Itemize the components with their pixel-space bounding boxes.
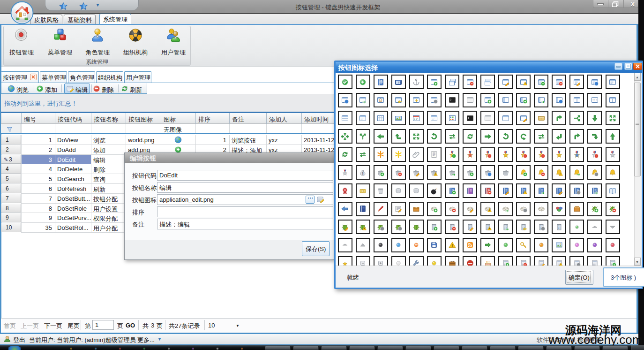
svg-text:TV: TV — [398, 81, 401, 84]
svg-text:$: $ — [362, 171, 364, 175]
